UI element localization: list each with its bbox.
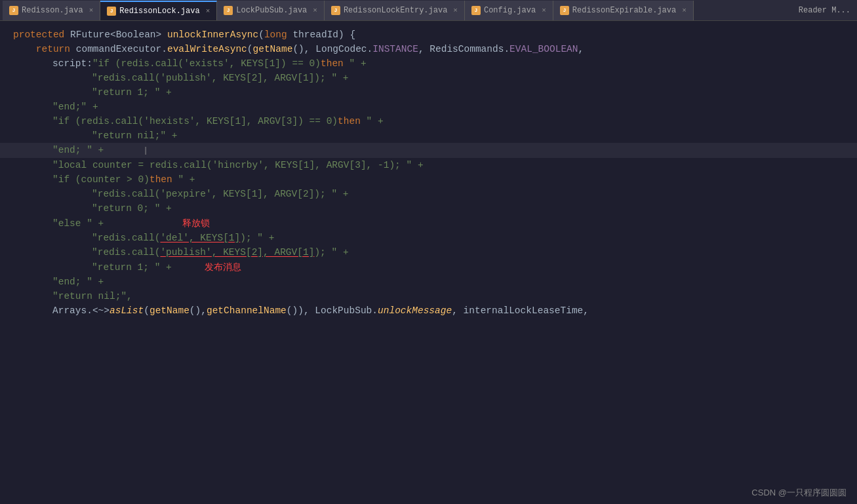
code-line: "return 1; " + 发布消息 [0, 260, 857, 275]
code-line: "local counter = redis.call('hincrby', K… [0, 158, 857, 172]
code-line: "end;" + [0, 100, 857, 114]
tab-redisson[interactable]: J Redisson.java × [3, 1, 100, 20]
close-icon[interactable]: × [453, 7, 458, 14]
tab-label: Redisson.java [22, 6, 83, 15]
code-line: script: "if (redis.call('exists', KEYS[1… [0, 56, 857, 71]
code-line: "if (redis.call('hexists', KEYS[1], ARGV… [0, 114, 857, 128]
tab-redissonlockentry[interactable]: J RedissonLockEntry.java × [325, 1, 465, 20]
tab-config[interactable]: J Config.java × [465, 1, 553, 20]
java-icon: J [107, 7, 116, 16]
close-icon[interactable]: × [682, 7, 687, 14]
reader-mode-label: Reader M... [792, 6, 857, 15]
java-icon: J [9, 6, 18, 15]
tab-label: RedissonExpirable.java [572, 6, 676, 15]
code-line: return commandExecutor. evalWriteAsync (… [0, 42, 857, 56]
code-line: Arrays.<~> asList ( getName (), getChann… [0, 303, 857, 318]
release-lock-annotation: 释放锁 [182, 216, 210, 230]
code-line: "return 0; " + [0, 201, 857, 216]
java-icon: J [471, 6, 481, 15]
java-icon: J [560, 6, 569, 15]
tab-label: LockPubSub.java [236, 6, 307, 15]
code-line: "redis.call('pexpire', KEYS[1], ARGV[2])… [0, 187, 857, 201]
code-line: "end; " + [0, 275, 857, 289]
code-line: "return nil;" + [0, 128, 857, 143]
publish-msg-annotation: 发布消息 [205, 260, 241, 274]
close-icon[interactable]: × [89, 7, 94, 14]
close-icon[interactable]: × [542, 7, 546, 14]
tab-label: Config.java [484, 6, 536, 15]
code-line: "else " + 释放锁 [0, 216, 857, 231]
code-line: "redis.call('del', KEYS[1]); " + [0, 231, 857, 245]
code-content: protected RFuture<Boolean> unlockInnerAs… [0, 28, 857, 318]
tab-bar: J Redisson.java × J RedissonLock.java × … [0, 0, 857, 21]
code-line: "end; " + | [0, 143, 857, 158]
java-icon: J [331, 6, 340, 15]
code-line: "return nil;", [0, 289, 857, 303]
tab-lockpubsub[interactable]: J LockPubSub.java × [217, 1, 325, 20]
code-area: protected RFuture<Boolean> unlockInnerAs… [0, 21, 857, 504]
tab-redissonlock[interactable]: J RedissonLock.java × [100, 1, 217, 20]
code-line: "if (counter > 0) then " + [0, 172, 857, 187]
java-icon: J [224, 6, 233, 15]
tab-redissonexpirable[interactable]: J RedissonExpirable.java × [553, 1, 694, 20]
code-line: protected RFuture<Boolean> unlockInnerAs… [0, 28, 857, 42]
close-icon[interactable]: × [313, 7, 317, 14]
code-line: "redis.call('publish', KEYS[2], ARGV[1])… [0, 71, 857, 85]
watermark: CSDN @一只程序圆圆圆 [751, 487, 847, 499]
tab-label: RedissonLockEntry.java [344, 6, 447, 15]
code-line: "redis.call('publish', KEYS[2], ARGV[1])… [0, 245, 857, 260]
code-line: "return 1; " + [0, 85, 857, 100]
tab-label: RedissonLock.java [119, 7, 199, 16]
close-icon[interactable]: × [206, 7, 210, 15]
